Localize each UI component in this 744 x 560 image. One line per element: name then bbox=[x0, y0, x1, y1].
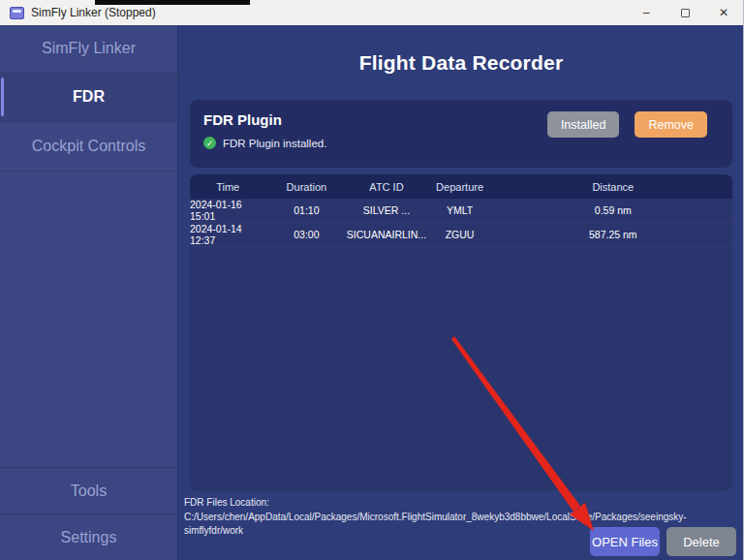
window-controls: – ✕ bbox=[627, 0, 743, 25]
column-header-distance: Distance bbox=[494, 174, 732, 199]
page-title: Flight Data Recorder bbox=[178, 51, 744, 75]
cell-departure: YMLT bbox=[426, 199, 494, 222]
sidebar-item-label: Cockpit Controls bbox=[32, 138, 145, 155]
column-header-duration: Duration bbox=[265, 174, 347, 199]
cell-atc-id: SILVER ... bbox=[347, 199, 425, 222]
column-header-time: Time bbox=[190, 174, 265, 199]
active-accent-bar bbox=[1, 78, 4, 116]
cell-time: 2024-01-16 15:01 bbox=[190, 199, 265, 222]
sidebar-item-label: Tools bbox=[71, 482, 107, 500]
installed-button[interactable]: Installed bbox=[547, 111, 620, 138]
app-icon bbox=[10, 7, 24, 19]
cell-duration: 01:10 bbox=[265, 199, 347, 222]
table-header-row: Time Duration ATC ID Departure Distance bbox=[190, 174, 732, 199]
sidebar-item-simfly-linker[interactable]: SimFly Linker bbox=[0, 25, 177, 73]
sidebar-item-settings[interactable]: Settings bbox=[0, 513, 177, 560]
cell-distance: 587.25 nm bbox=[494, 223, 732, 246]
minimize-icon: – bbox=[643, 6, 650, 19]
background-window-fragment bbox=[95, 0, 250, 5]
app-window: SimFly Linker (Stopped) – ✕ SimFly Linke… bbox=[0, 0, 744, 560]
sidebar-item-label: Settings bbox=[61, 529, 117, 546]
open-files-button[interactable]: OPEN Files bbox=[590, 527, 660, 556]
files-location-line1: FDR Files Location: C:/Users/chen/AppDat… bbox=[184, 497, 687, 522]
cell-duration: 03:00 bbox=[265, 223, 347, 246]
plugin-buttons: Installed Remove bbox=[547, 111, 707, 138]
fdr-plugin-panel: FDR Plugin ✓ FDR Plugin installed. Insta… bbox=[190, 100, 732, 168]
cell-distance: 0.59 nm bbox=[494, 199, 732, 222]
flight-data-table: Time Duration ATC ID Departure Distance … bbox=[190, 174, 732, 491]
cell-time: 2024-01-14 12:37 bbox=[190, 223, 265, 246]
maximize-icon bbox=[681, 9, 690, 17]
column-header-departure: Departure bbox=[426, 174, 494, 199]
cell-atc-id: SICUANAIRLIN... bbox=[347, 223, 425, 246]
check-circle-icon: ✓ bbox=[203, 137, 216, 149]
delete-button[interactable]: Delete bbox=[666, 527, 736, 556]
plugin-status-text: FDR Plugin installed. bbox=[223, 138, 326, 149]
remove-button[interactable]: Remove bbox=[635, 111, 707, 138]
cell-departure: ZGUU bbox=[426, 223, 494, 246]
column-header-atc-id: ATC ID bbox=[347, 174, 425, 199]
close-button[interactable]: ✕ bbox=[704, 0, 743, 25]
minimize-button[interactable]: – bbox=[627, 0, 666, 25]
main-content: Flight Data Recorder FDR Plugin ✓ FDR Pl… bbox=[178, 25, 744, 560]
sidebar-spacer bbox=[0, 171, 177, 467]
maximize-button[interactable] bbox=[666, 0, 704, 25]
sidebar-item-fdr[interactable]: FDR bbox=[0, 73, 177, 122]
window-title: SimFly Linker (Stopped) bbox=[31, 6, 156, 19]
sidebar: SimFly Linker FDR Cockpit Controls Tools… bbox=[0, 25, 178, 560]
sidebar-item-tools[interactable]: Tools bbox=[0, 467, 177, 513]
sidebar-item-label: SimFly Linker bbox=[42, 40, 136, 57]
plugin-status-row: ✓ FDR Plugin installed. bbox=[203, 137, 719, 149]
bottom-buttons: OPEN Files Delete bbox=[178, 527, 736, 556]
sidebar-item-label: FDR bbox=[73, 88, 105, 106]
table-row[interactable]: 2024-01-16 15:01 01:10 SILVER ... YMLT 0… bbox=[190, 199, 732, 223]
table-row[interactable]: 2024-01-14 12:37 03:00 SICUANAIRLIN... Z… bbox=[190, 223, 732, 247]
close-icon: ✕ bbox=[719, 6, 728, 19]
sidebar-item-cockpit-controls[interactable]: Cockpit Controls bbox=[0, 122, 177, 171]
